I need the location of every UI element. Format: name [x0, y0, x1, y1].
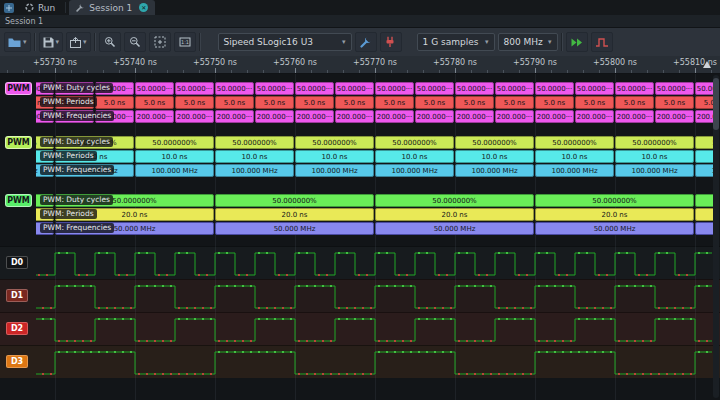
ruler-minor-tick — [231, 70, 232, 73]
decoder-annotation: 50.000 MHz — [375, 222, 534, 235]
decoder-tag[interactable]: PWM — [5, 136, 32, 149]
probe-icon — [385, 36, 397, 48]
ruler-minor-tick — [71, 70, 72, 73]
decoder-annotation: 10.0 ns — [375, 150, 454, 163]
save-button[interactable]: ▾ — [39, 32, 64, 52]
ruler-tick-label: +55770 ns — [353, 58, 397, 67]
decoder-annotation: 200.000··· — [255, 110, 294, 123]
chevron-down-icon: ▾ — [485, 38, 489, 46]
ruler-tick-mark — [55, 68, 56, 73]
device-select-value: Sipeed SLogic16 U3 — [224, 37, 313, 47]
decoder-annotation: 5.0 ns — [215, 96, 254, 109]
scrollbar-handle[interactable] — [713, 78, 719, 130]
decoder-annotation: 50.000 MHz — [535, 222, 694, 235]
decoder-annotation: 5.0 ns — [335, 96, 374, 109]
channels-button[interactable] — [380, 32, 402, 52]
decoder-annotation: 5.0 ns — [575, 96, 614, 109]
decoder-annotation: 20.0 ns — [535, 208, 694, 221]
decoder-annotation: 5.0 ns — [495, 96, 534, 109]
tabbar-separator — [65, 2, 66, 13]
ruler-minor-tick — [279, 70, 280, 73]
zoom-out-icon — [129, 36, 141, 48]
chevron-down-icon: ▾ — [23, 38, 27, 46]
decoder-annotation: 5.0 ns — [535, 96, 574, 109]
ruler-tick-mark — [135, 68, 136, 73]
channel-label[interactable]: D0 — [6, 256, 28, 269]
decoder-annotation: 50.000000% — [295, 136, 374, 149]
decoder-annotation: 200.000··· — [655, 110, 694, 123]
waveform-area[interactable]: 50.0000···50.0000···50.0000···50.0000···… — [0, 74, 720, 400]
decoder-annotation: 50.0000··· — [295, 82, 334, 95]
decoder-row: 100.000 MHz100.000 MHz100.000 MHz100.000… — [36, 164, 714, 177]
ruler-minor-tick — [327, 70, 328, 73]
vertical-scrollbar[interactable] — [713, 75, 719, 398]
ruler-minor-tick — [503, 70, 504, 73]
zoom-original-icon: 1:1 — [179, 36, 191, 48]
zoom-out-button[interactable] — [124, 32, 146, 52]
decoder-annotation: 5.0 ns — [375, 96, 414, 109]
sample-count-select[interactable]: 1 G samples ▾ — [417, 33, 495, 51]
decoder-tag[interactable]: PWM — [5, 82, 32, 95]
decoder-annotation: 50.000000% — [535, 194, 694, 207]
ruler-tick-mark — [455, 68, 456, 73]
ruler-tick-mark — [295, 68, 296, 73]
decoder-annotation: 100.000 MHz — [295, 164, 374, 177]
decoder-row: 50.0000···50.0000···50.0000···50.0000···… — [36, 82, 714, 95]
channel-label[interactable]: D1 — [6, 289, 28, 302]
run-arrows-button[interactable] — [566, 32, 588, 52]
app-logo-icon — [4, 3, 14, 13]
zoom-fit-button[interactable] — [149, 32, 171, 52]
decoder-tag[interactable]: PWM — [5, 194, 32, 207]
ruler-tick-mark — [215, 68, 216, 73]
trigger-button[interactable] — [591, 32, 613, 52]
decoder-annotation: 5.0 ns — [655, 96, 694, 109]
ruler-minor-tick — [567, 70, 568, 73]
ruler-minor-tick — [263, 70, 264, 73]
decoder-annotation: 100.000 MHz — [455, 164, 534, 177]
ruler-tick-label: +55780 ns — [433, 58, 477, 67]
decoder-annotation: 50.0000··· — [655, 82, 694, 95]
ruler-minor-tick — [423, 70, 424, 73]
ruler-tick-label: +55730 ns — [33, 58, 77, 67]
zoom-in-button[interactable] — [99, 32, 121, 52]
decoder-annotation: 50.0000··· — [135, 82, 174, 95]
channel-label[interactable]: D2 — [6, 322, 28, 335]
ruler-minor-tick — [119, 70, 120, 73]
chevron-down-icon: ▾ — [83, 38, 87, 46]
channel-waveform — [36, 248, 712, 277]
ruler-tick-label: +55740 ns — [113, 58, 157, 67]
decoder-annotation: 100.000 MHz — [375, 164, 454, 177]
save-disk-icon — [43, 37, 54, 48]
ruler-tick-mark — [695, 68, 696, 73]
ruler-minor-tick — [471, 70, 472, 73]
toolbar-separator — [34, 33, 36, 51]
open-button[interactable]: ▾ — [4, 32, 31, 52]
configure-device-button[interactable] — [355, 32, 377, 52]
tab-close-icon[interactable]: ✕ — [139, 3, 148, 12]
decoder-annotation: 50.0000··· — [535, 82, 574, 95]
folder-icon — [8, 37, 21, 48]
ruler-minor-tick — [407, 70, 408, 73]
time-ruler[interactable]: +55730 ns+55740 ns+55750 ns+55760 ns+557… — [0, 56, 720, 74]
sample-rate-select[interactable]: 800 MHz ▾ — [498, 33, 558, 51]
decoder-annotation: 50.000000% — [615, 136, 694, 149]
decoder-annotation: 50.000000% — [135, 136, 214, 149]
ruler-tick-label: +55750 ns — [193, 58, 237, 67]
session-tab[interactable]: Session 1 ✕ — [69, 0, 155, 15]
zoom-fit-icon — [154, 36, 166, 48]
decoder-annotation: 10.0 ns — [535, 150, 614, 163]
zoom-original-button[interactable]: 1:1 — [174, 32, 196, 52]
decoder-row-label: PWM: Periods — [40, 151, 97, 161]
toolbar-separator — [94, 33, 96, 51]
square-wave-icon — [595, 37, 609, 48]
wrench-icon — [360, 36, 372, 48]
ruler-tick-label: +55790 ns — [513, 58, 557, 67]
run-tab[interactable]: Run — [18, 0, 62, 15]
export-button[interactable]: ▾ — [66, 32, 91, 52]
decoder-annotation: 20.0 ns — [215, 208, 374, 221]
device-select[interactable]: Sipeed SLogic16 U3 ▾ — [218, 33, 352, 51]
channel-waveform — [36, 314, 712, 343]
decoder-row: 5.0 ns5.0 ns5.0 ns5.0 ns5.0 ns5.0 ns5.0 … — [36, 96, 714, 109]
decoder-annotation: 5.0 ns — [95, 96, 134, 109]
channel-label[interactable]: D3 — [6, 355, 28, 368]
